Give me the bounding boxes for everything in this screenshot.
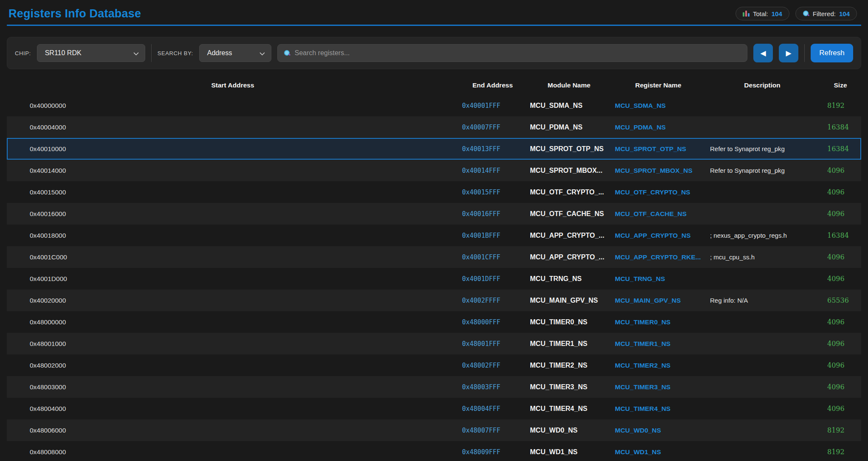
table-row[interactable]: 0x40010000 0x40013FFF MCU_SPROT_OTP_NS M…	[7, 138, 861, 160]
size-cell: 16384	[820, 231, 861, 239]
size-cell: 4096	[820, 318, 861, 326]
register-name-link[interactable]: MCU_APP_CRYPTO_NS	[612, 232, 705, 239]
total-label: Total:	[753, 10, 768, 17]
page-header: Registers Info Database Total: 104 Filte…	[0, 0, 868, 20]
register-name-link[interactable]: MCU_TIMER3_NS	[612, 383, 705, 391]
size-cell: 16384	[820, 145, 861, 153]
table-row[interactable]: 0x4001D000 0x4001DFFF MCU_TRNG_NS MCU_TR…	[7, 268, 861, 290]
register-name-link[interactable]: MCU_TIMER2_NS	[612, 362, 705, 369]
module-name-cell: MCU_MAIN_GPV_NS	[527, 297, 612, 304]
table-row[interactable]: 0x48004000 0x48004FFF MCU_TIMER4_NS MCU_…	[7, 398, 861, 419]
size-cell: 4096	[820, 275, 861, 283]
title-divider	[7, 25, 861, 26]
register-name-link[interactable]: MCU_PDMA_NS	[612, 124, 705, 131]
start-address-cell: 0x4001C000	[7, 253, 459, 261]
magnifier-icon	[803, 10, 809, 17]
start-address-cell: 0x48000000	[7, 318, 459, 326]
toolbar-divider	[151, 44, 152, 62]
register-name-link[interactable]: MCU_SPROT_OTP_NS	[612, 145, 705, 153]
module-name-cell: MCU_SPROT_MBOX...	[527, 167, 612, 174]
table-row[interactable]: 0x40020000 0x4002FFFF MCU_MAIN_GPV_NS MC…	[7, 290, 861, 311]
start-address-cell: 0x40020000	[7, 297, 459, 304]
start-address-cell: 0x40014000	[7, 167, 459, 174]
description-cell: ; nexus_app_crypto_regs.h	[705, 232, 820, 239]
table-header-row: Start Address End Address Module Name Re…	[7, 76, 861, 95]
module-name-cell: MCU_WD1_NS	[527, 448, 612, 456]
start-address-cell: 0x48003000	[7, 383, 459, 391]
size-cell: 4096	[820, 383, 861, 391]
register-name-link[interactable]: MCU_TIMER4_NS	[612, 405, 705, 413]
next-button[interactable]: ▶	[779, 44, 798, 62]
search-by-select[interactable]: Address	[199, 44, 271, 62]
end-address-cell: 0x40001FFF	[459, 102, 527, 110]
end-address-cell: 0x4001CFFF	[459, 253, 527, 261]
end-address-cell: 0x40014FFF	[459, 167, 527, 174]
register-name-link[interactable]: MCU_TRNG_NS	[612, 275, 705, 283]
end-address-cell: 0x4001DFFF	[459, 275, 527, 283]
size-cell: 4096	[820, 210, 861, 218]
refresh-button[interactable]: Refresh	[811, 44, 853, 62]
register-name-link[interactable]: MCU_TIMER1_NS	[612, 340, 705, 348]
end-address-cell: 0x4002FFFF	[459, 297, 527, 304]
register-name-link[interactable]: MCU_APP_CRYPTO_RKE...	[612, 253, 705, 261]
filtered-badge: Filtered: 104	[795, 7, 857, 20]
search-icon	[284, 50, 290, 56]
chevron-down-icon	[133, 50, 139, 56]
search-box[interactable]	[277, 44, 747, 62]
search-by-label: SEARCH BY:	[158, 50, 193, 56]
module-name-cell: MCU_OTF_CACHE_NS	[527, 210, 612, 218]
toolbar: CHIP: SR110 RDK SEARCH BY: Address ◀ ▶ R…	[7, 37, 861, 69]
module-name-cell: MCU_SDMA_NS	[527, 102, 612, 110]
table-row[interactable]: 0x40018000 0x4001BFFF MCU_APP_CRYPTO_...…	[7, 225, 861, 246]
chip-select-value: SR110 RDK	[45, 49, 82, 57]
column-header-start-address: Start Address	[7, 82, 459, 89]
module-name-cell: MCU_OTF_CRYPTO_...	[527, 188, 612, 196]
table-row[interactable]: 0x40014000 0x40014FFF MCU_SPROT_MBOX... …	[7, 160, 861, 181]
size-cell: 8192	[820, 426, 861, 434]
register-name-link[interactable]: MCU_SDMA_NS	[612, 102, 705, 110]
table-row[interactable]: 0x48003000 0x48003FFF MCU_TIMER3_NS MCU_…	[7, 376, 861, 398]
chip-select[interactable]: SR110 RDK	[37, 44, 145, 62]
register-name-link[interactable]: MCU_SPROT_MBOX_NS	[612, 167, 705, 174]
description-cell: Refer to Synaprot reg_pkg	[705, 145, 820, 152]
column-header-module-name: Module Name	[527, 82, 612, 89]
table-row[interactable]: 0x4001C000 0x4001CFFF MCU_APP_CRYPTO_...…	[7, 246, 861, 268]
module-name-cell: MCU_TIMER2_NS	[527, 362, 612, 369]
size-cell: 4096	[820, 361, 861, 369]
search-input[interactable]	[295, 49, 741, 57]
size-cell: 4096	[820, 166, 861, 174]
module-name-cell: MCU_SPROT_OTP_NS	[527, 145, 612, 153]
register-name-link[interactable]: MCU_WD0_NS	[612, 427, 705, 434]
table-row[interactable]: 0x48008000 0x48009FFF MCU_WD1_NS MCU_WD1…	[7, 441, 861, 461]
register-name-link[interactable]: MCU_TIMER0_NS	[612, 318, 705, 326]
end-address-cell: 0x48007FFF	[459, 427, 527, 434]
table-row[interactable]: 0x48001000 0x48001FFF MCU_TIMER1_NS MCU_…	[7, 333, 861, 354]
table-row[interactable]: 0x40000000 0x40001FFF MCU_SDMA_NS MCU_SD…	[7, 95, 861, 116]
end-address-cell: 0x48004FFF	[459, 405, 527, 413]
size-cell: 4096	[820, 253, 861, 261]
table-row[interactable]: 0x48006000 0x48007FFF MCU_WD0_NS MCU_WD0…	[7, 419, 861, 441]
register-name-link[interactable]: MCU_WD1_NS	[612, 448, 705, 456]
register-name-link[interactable]: MCU_MAIN_GPV_NS	[612, 297, 705, 304]
description-cell: Reg info: N/A	[705, 297, 820, 304]
module-name-cell: MCU_APP_CRYPTO_...	[527, 232, 612, 239]
module-name-cell: MCU_APP_CRYPTO_...	[527, 253, 612, 261]
total-badge: Total: 104	[736, 7, 789, 20]
prev-button[interactable]: ◀	[753, 44, 773, 62]
register-name-link[interactable]: MCU_OTF_CACHE_NS	[612, 210, 705, 218]
size-cell: 4096	[820, 340, 861, 348]
table-row[interactable]: 0x48002000 0x48002FFF MCU_TIMER2_NS MCU_…	[7, 354, 861, 376]
table-row[interactable]: 0x40004000 0x40007FFF MCU_PDMA_NS MCU_PD…	[7, 116, 861, 138]
end-address-cell: 0x40016FFF	[459, 210, 527, 218]
column-header-description: Description	[705, 82, 820, 89]
table-row[interactable]: 0x40015000 0x40015FFF MCU_OTF_CRYPTO_...…	[7, 181, 861, 203]
start-address-cell: 0x40000000	[7, 102, 459, 110]
module-name-cell: MCU_TIMER0_NS	[527, 318, 612, 326]
table-row[interactable]: 0x40016000 0x40016FFF MCU_OTF_CACHE_NS M…	[7, 203, 861, 225]
end-address-cell: 0x48001FFF	[459, 340, 527, 348]
start-address-cell: 0x48006000	[7, 427, 459, 434]
register-name-link[interactable]: MCU_OTF_CRYPTO_NS	[612, 188, 705, 196]
start-address-cell: 0x40004000	[7, 124, 459, 131]
table-row[interactable]: 0x48000000 0x48000FFF MCU_TIMER0_NS MCU_…	[7, 311, 861, 333]
module-name-cell: MCU_TIMER3_NS	[527, 383, 612, 391]
